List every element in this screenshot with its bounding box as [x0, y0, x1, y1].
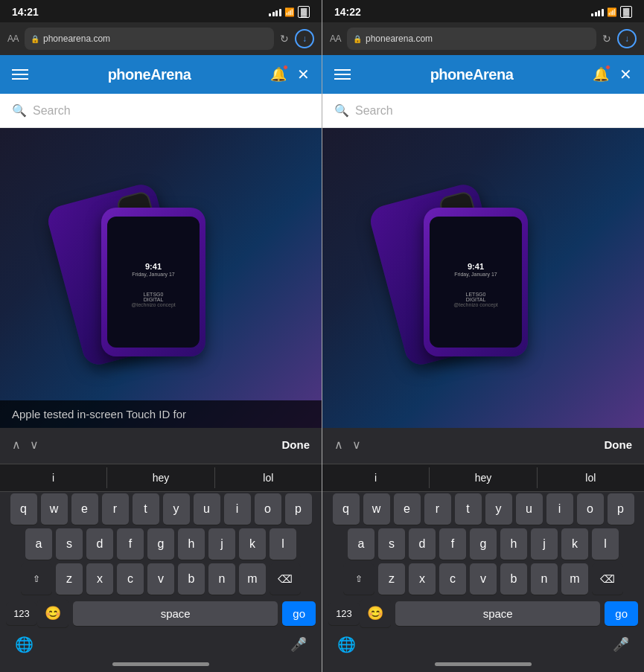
suggestion-hey-left[interactable]: hey: [107, 467, 214, 488]
key-d-right[interactable]: d: [409, 528, 436, 560]
key-a-right[interactable]: a: [348, 528, 374, 560]
key-y-left[interactable]: y: [163, 493, 190, 525]
battery-icon-right: ▓: [620, 6, 632, 18]
suggestion-hey-right[interactable]: hey: [430, 467, 537, 488]
key-h-right[interactable]: h: [500, 528, 527, 560]
article-title-left: Apple tested in-screen Touch ID for: [12, 408, 186, 420]
hamburger-menu-right[interactable]: [334, 69, 351, 80]
key-k-left[interactable]: k: [239, 528, 266, 560]
download-btn-right[interactable]: ↓: [617, 29, 637, 48]
bell-container-right[interactable]: 🔔: [593, 66, 609, 83]
globe-mic-row-right: 🌐 🎤: [322, 630, 644, 656]
key-emoji-right[interactable]: 😊: [360, 599, 391, 627]
key-q-left[interactable]: q: [10, 493, 37, 525]
done-btn-left[interactable]: Done: [282, 438, 310, 451]
globe-key-left[interactable]: 🌐: [12, 633, 36, 656]
download-btn-left[interactable]: ↓: [295, 29, 314, 48]
suggestion-lol-right[interactable]: lol: [538, 467, 644, 488]
key-v-left[interactable]: v: [147, 563, 174, 595]
key-m-left[interactable]: m: [239, 563, 266, 595]
refresh-icon-left[interactable]: ↻: [280, 33, 289, 45]
url-bar-left[interactable]: 🔒 phonearena.com: [25, 28, 274, 50]
key-n-right[interactable]: n: [531, 563, 558, 595]
key-123-left[interactable]: 123: [6, 602, 37, 625]
nav-down-right[interactable]: ∨: [352, 438, 361, 452]
key-u-left[interactable]: u: [194, 493, 220, 525]
shift-key-right[interactable]: ⇧: [343, 563, 374, 595]
search-bar-right[interactable]: 🔍 Search: [322, 94, 644, 128]
key-d-left[interactable]: d: [86, 528, 113, 560]
browser-aa-right[interactable]: AA: [330, 33, 341, 44]
close-btn-right[interactable]: ✕: [619, 65, 632, 83]
key-v-right[interactable]: v: [470, 563, 497, 595]
suggestion-lol-left[interactable]: lol: [215, 467, 322, 488]
key-b-right[interactable]: b: [500, 563, 527, 595]
key-x-right[interactable]: x: [409, 563, 436, 595]
key-l-left[interactable]: l: [270, 528, 296, 560]
key-c-right[interactable]: c: [439, 563, 466, 595]
key-i-left[interactable]: i: [224, 493, 251, 525]
browser-aa-left[interactable]: AA: [7, 33, 19, 44]
done-btn-right[interactable]: Done: [605, 438, 633, 451]
hamburger-menu-left[interactable]: [12, 69, 28, 80]
go-key-left[interactable]: go: [282, 601, 316, 626]
suggestion-i-right[interactable]: i: [322, 467, 430, 488]
key-g-left[interactable]: g: [147, 528, 174, 560]
search-bar-left[interactable]: 🔍 Search: [0, 94, 322, 128]
nav-down-left[interactable]: ∨: [30, 438, 39, 452]
nav-up-left[interactable]: ∧: [12, 438, 21, 452]
key-w-right[interactable]: w: [363, 493, 390, 525]
key-x-left[interactable]: x: [86, 563, 113, 595]
key-f-right[interactable]: f: [439, 528, 466, 560]
key-p-left[interactable]: p: [285, 493, 312, 525]
key-z-left[interactable]: z: [56, 563, 83, 595]
shift-key-left[interactable]: ⇧: [21, 563, 52, 595]
key-j-left[interactable]: j: [208, 528, 235, 560]
key-i-right[interactable]: i: [546, 493, 573, 525]
bell-container-left[interactable]: 🔔: [270, 66, 287, 83]
key-q-right[interactable]: q: [333, 493, 360, 525]
key-s-right[interactable]: s: [378, 528, 405, 560]
key-f-left[interactable]: f: [117, 528, 144, 560]
key-l-right[interactable]: l: [592, 528, 619, 560]
key-p-right[interactable]: p: [608, 493, 634, 525]
url-bar-right[interactable]: 🔒 phonearena.com: [347, 28, 596, 50]
mic-key-right[interactable]: 🎤: [610, 633, 632, 656]
space-key-right[interactable]: space: [395, 601, 600, 626]
key-y-right[interactable]: y: [485, 493, 512, 525]
key-b-left[interactable]: b: [178, 563, 205, 595]
key-emoji-left[interactable]: 😊: [37, 599, 68, 627]
key-j-right[interactable]: j: [531, 528, 558, 560]
globe-key-right[interactable]: 🌐: [334, 633, 359, 656]
key-c-left[interactable]: c: [117, 563, 144, 595]
key-e-left[interactable]: e: [71, 493, 98, 525]
nav-up-right[interactable]: ∧: [334, 438, 343, 452]
close-btn-left[interactable]: ✕: [297, 65, 310, 83]
key-a-left[interactable]: a: [25, 528, 52, 560]
right-phone: 14:22 📶 ▓ AA 🔒 phonearena.com ↻ ↓ phone: [322, 0, 644, 672]
key-k-right[interactable]: k: [561, 528, 588, 560]
delete-key-left[interactable]: ⌫: [270, 563, 301, 595]
key-g-right[interactable]: g: [470, 528, 497, 560]
key-t-right[interactable]: t: [455, 493, 482, 525]
key-t-left[interactable]: t: [133, 493, 159, 525]
key-u-right[interactable]: u: [516, 493, 543, 525]
key-r-right[interactable]: r: [424, 493, 451, 525]
key-r-left[interactable]: r: [102, 493, 129, 525]
key-123-right[interactable]: 123: [328, 602, 360, 625]
key-o-right[interactable]: o: [577, 493, 604, 525]
delete-key-right[interactable]: ⌫: [592, 563, 623, 595]
key-s-left[interactable]: s: [56, 528, 83, 560]
key-w-left[interactable]: w: [41, 493, 68, 525]
go-key-right[interactable]: go: [605, 601, 638, 626]
suggestion-i-left[interactable]: i: [0, 467, 107, 488]
key-m-right[interactable]: m: [561, 563, 588, 595]
key-n-left[interactable]: n: [208, 563, 235, 595]
key-z-right[interactable]: z: [378, 563, 405, 595]
key-o-left[interactable]: o: [255, 493, 281, 525]
key-h-left[interactable]: h: [178, 528, 205, 560]
mic-key-left[interactable]: 🎤: [287, 633, 310, 656]
key-e-right[interactable]: e: [394, 493, 421, 525]
refresh-icon-right[interactable]: ↻: [602, 33, 611, 45]
space-key-left[interactable]: space: [73, 601, 278, 626]
